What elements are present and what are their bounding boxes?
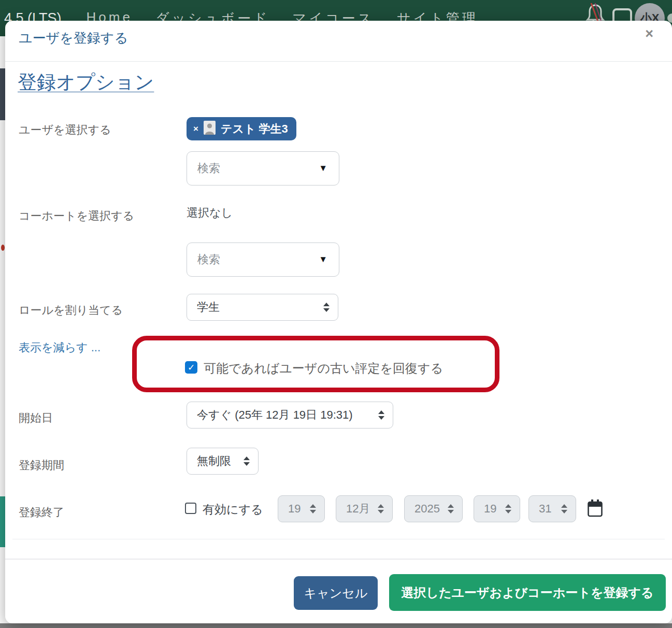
- end-minute-select[interactable]: 31: [528, 495, 576, 522]
- start-date-label: 開始日: [19, 410, 53, 426]
- selected-user-tag[interactable]: × テスト 学生3: [187, 117, 296, 140]
- select-arrows-icon: [378, 410, 384, 420]
- select-arrows-icon: [244, 456, 250, 466]
- role-select[interactable]: 学生: [187, 294, 338, 321]
- end-year-value: 2025: [414, 502, 440, 516]
- backdrop-fragment: [0, 68, 5, 120]
- dropdown-caret-icon: ▼: [319, 254, 327, 265]
- form-divider: [12, 539, 665, 539]
- end-hour-value: 19: [484, 502, 496, 516]
- backdrop-fragment: [1, 245, 5, 251]
- cohort-search-placeholder: 検索: [197, 252, 220, 267]
- screen: 4.5 (LTS) Home ダッシュボード マイコース サイト管理 小X: [0, 0, 672, 628]
- select-users-label: ユーザを選択する: [19, 122, 111, 138]
- section-heading-enrolment-options[interactable]: 登録オプション: [18, 69, 154, 95]
- role-select-value: 学生: [197, 299, 220, 315]
- selected-user-name: テスト 学生3: [221, 121, 288, 137]
- start-date-select[interactable]: 今すぐ (25年 12月 19日 19:31): [187, 402, 393, 429]
- modal-title: ユーザを登録する: [19, 29, 128, 47]
- select-cohorts-label: コーホートを選択する: [19, 208, 134, 224]
- end-month-select[interactable]: 12月: [336, 495, 393, 522]
- header-divider: [5, 61, 672, 62]
- recover-grades-checkbox[interactable]: ✓: [185, 361, 197, 374]
- recover-grades-label[interactable]: 可能であればユーザの古い評定を回復する: [204, 360, 443, 377]
- modal-backdrop: [0, 623, 672, 628]
- select-arrows-icon: [505, 504, 511, 513]
- enrol-users-modal: ユーザを登録する × 登録オプション ユーザを選択する × テスト 学生3 検索…: [5, 21, 672, 623]
- close-icon[interactable]: ×: [645, 27, 653, 41]
- select-arrows-icon: [448, 504, 454, 513]
- select-arrows-icon: [561, 504, 567, 513]
- enrol-submit-button[interactable]: 選択したユーザおよびコーホートを登録する: [389, 574, 666, 611]
- end-date-label: 登録終了: [19, 505, 64, 520]
- assign-role-label: ロールを割り当てる: [19, 303, 123, 318]
- end-day-value: 19: [288, 502, 301, 516]
- end-date-enable-checkbox[interactable]: [185, 503, 196, 514]
- select-arrows-icon: [310, 504, 316, 513]
- duration-value: 無制限: [197, 453, 231, 469]
- user-search-combobox[interactable]: 検索 ▼: [187, 151, 339, 185]
- duration-select[interactable]: 無制限: [187, 448, 259, 475]
- show-less-link[interactable]: 表示を減らす ...: [19, 340, 101, 355]
- user-search-placeholder: 検索: [197, 161, 220, 176]
- end-month-value: 12月: [346, 501, 370, 517]
- user-avatar-thumb-icon: [204, 121, 216, 137]
- duration-label: 登録期間: [19, 458, 64, 473]
- cancel-button[interactable]: キャンセル: [294, 576, 378, 610]
- select-arrows-icon: [323, 303, 330, 312]
- remove-tag-icon[interactable]: ×: [193, 124, 198, 134]
- end-year-select[interactable]: 2025: [404, 495, 463, 522]
- cohort-empty-value: 選択なし: [187, 205, 233, 221]
- start-date-value: 今すぐ (25年 12月 19日 19:31): [197, 407, 353, 423]
- backdrop-fragment: [0, 496, 5, 547]
- select-arrows-icon: [378, 504, 384, 513]
- end-day-select[interactable]: 19: [278, 495, 325, 522]
- cohort-search-combobox[interactable]: 検索 ▼: [187, 242, 339, 277]
- end-minute-value: 31: [539, 502, 551, 516]
- end-date-enable-label[interactable]: 有効にする: [203, 502, 263, 518]
- footer-divider: [5, 559, 672, 560]
- calendar-icon[interactable]: [588, 499, 603, 519]
- dropdown-caret-icon: ▼: [319, 163, 327, 174]
- end-hour-select[interactable]: 19: [474, 495, 520, 522]
